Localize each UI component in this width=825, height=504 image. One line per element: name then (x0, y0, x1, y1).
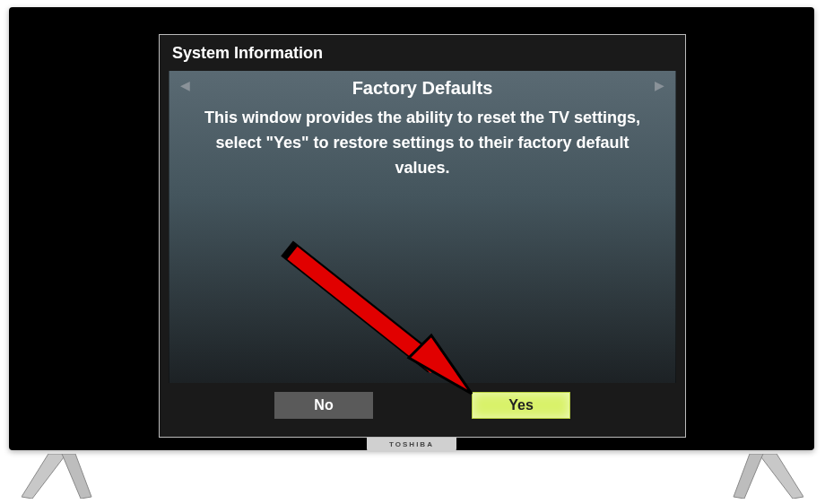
svg-marker-9 (734, 454, 763, 499)
button-row: No Yes (169, 383, 676, 428)
yes-button[interactable]: Yes (472, 392, 570, 419)
section-title: Factory Defaults (169, 78, 675, 102)
tv-stand-left (22, 454, 93, 499)
svg-marker-6 (22, 454, 66, 499)
tv-stand-right (732, 454, 803, 499)
section-header: ◀ Factory Defaults ▶ (169, 71, 675, 102)
tv-frame: System Information ◀ Factory Defaults ▶ … (9, 7, 814, 450)
section-description: This window provides the ability to rese… (169, 102, 675, 181)
system-information-dialog: System Information ◀ Factory Defaults ▶ … (159, 34, 686, 438)
svg-marker-8 (759, 454, 803, 499)
nav-left-arrow-icon[interactable]: ◀ (180, 78, 190, 92)
tv-screen: System Information ◀ Factory Defaults ▶ … (14, 13, 809, 445)
svg-marker-7 (62, 454, 91, 499)
dialog-title: System Information (160, 35, 685, 71)
no-button[interactable]: No (274, 392, 373, 419)
tv-brand-label: TOSHIBA (367, 438, 456, 452)
dialog-body: ◀ Factory Defaults ▶ This window provide… (169, 71, 676, 385)
nav-right-arrow-icon[interactable]: ▶ (655, 78, 664, 92)
